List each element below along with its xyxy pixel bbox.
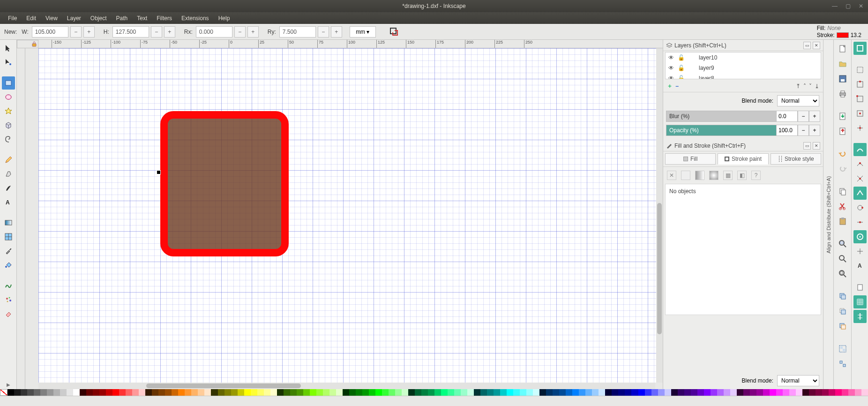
calligraphy-tool[interactable] xyxy=(2,181,15,195)
palette-swatch[interactable] xyxy=(546,389,553,396)
tab-stroke-style[interactable]: ┊┊Stroke style xyxy=(771,153,821,165)
scrollbar-horizontal[interactable] xyxy=(38,383,655,389)
palette-swatch[interactable] xyxy=(684,389,691,396)
rx-inc[interactable]: + xyxy=(247,26,259,38)
palette-swatch[interactable] xyxy=(678,389,684,396)
palette-swatch[interactable] xyxy=(40,389,47,396)
palette-swatch[interactable] xyxy=(520,389,526,396)
palette-swatch[interactable] xyxy=(86,389,93,396)
palette-swatch[interactable] xyxy=(389,389,395,396)
palette-swatch[interactable] xyxy=(158,389,165,396)
zoom-page-button[interactable] xyxy=(837,268,849,280)
w-inc[interactable]: + xyxy=(83,26,95,38)
panel-close[interactable]: ✕ xyxy=(813,42,820,49)
palette-swatch[interactable] xyxy=(750,389,756,396)
gradient-tool[interactable] xyxy=(2,216,15,229)
palette-swatch[interactable] xyxy=(842,389,848,396)
palette-swatch[interactable] xyxy=(494,389,500,396)
copy-button[interactable] xyxy=(837,185,849,197)
paint-radial[interactable] xyxy=(709,171,718,180)
palette-swatch[interactable] xyxy=(507,389,513,396)
snap-bbox-center[interactable] xyxy=(853,121,867,135)
palette-swatch[interactable] xyxy=(204,389,211,396)
dropper-tool[interactable] xyxy=(2,244,15,257)
palette-swatch[interactable] xyxy=(375,389,382,396)
ungroup-button[interactable] xyxy=(837,358,849,370)
fs-panel-minimize[interactable]: ▭ xyxy=(803,142,811,150)
snap-guide[interactable] xyxy=(853,310,867,323)
palette-swatch[interactable] xyxy=(395,389,402,396)
blend-select[interactable]: Normal xyxy=(777,95,819,106)
h-inc[interactable]: + xyxy=(164,26,175,38)
palette-swatch[interactable] xyxy=(855,389,861,396)
palette-swatch[interactable] xyxy=(211,389,217,396)
palette-swatch[interactable] xyxy=(67,389,73,396)
w-input[interactable] xyxy=(32,26,68,38)
group-button[interactable] xyxy=(837,343,849,355)
palette-swatch[interactable] xyxy=(474,389,480,396)
palette-swatch[interactable] xyxy=(625,389,631,396)
unlink-clone-button[interactable] xyxy=(837,320,849,332)
ruler-corner[interactable] xyxy=(17,40,38,48)
palette-swatch[interactable] xyxy=(835,389,842,396)
palette-swatch[interactable] xyxy=(454,389,461,396)
ellipse-tool[interactable] xyxy=(2,90,15,104)
palette-swatch[interactable] xyxy=(829,389,835,396)
palette-swatch[interactable] xyxy=(119,389,126,396)
zoom-selection-button[interactable] xyxy=(837,238,849,250)
rx-input[interactable] xyxy=(196,26,232,38)
palette-swatch[interactable] xyxy=(763,389,770,396)
palette-swatch[interactable] xyxy=(303,389,310,396)
snap-page-border[interactable] xyxy=(853,281,867,294)
tab-fill[interactable]: Fill xyxy=(665,153,716,165)
fs-panel-close[interactable]: ✕ xyxy=(813,142,820,150)
snap-text-baseline[interactable]: A xyxy=(853,259,867,272)
ruler-horizontal[interactable]: -150-125-100-75-50-250255075100125150175… xyxy=(38,40,663,48)
snap-grid[interactable] xyxy=(853,295,867,308)
w-dec[interactable]: − xyxy=(70,26,82,38)
palette-swatch[interactable] xyxy=(730,389,737,396)
rectangle-tool[interactable] xyxy=(2,76,15,90)
snap-line-mid[interactable] xyxy=(853,216,867,229)
palette-swatch[interactable] xyxy=(816,389,822,396)
snap-bbox[interactable] xyxy=(853,63,867,76)
palette-none[interactable] xyxy=(0,389,7,396)
palette-swatch[interactable] xyxy=(638,389,645,396)
save-button[interactable] xyxy=(837,73,849,85)
snap-bbox-corner[interactable] xyxy=(853,92,867,105)
palette-swatch[interactable] xyxy=(14,389,21,396)
palette-swatch[interactable] xyxy=(645,389,651,396)
rx-dec[interactable]: − xyxy=(234,26,246,38)
snap-bbox-edge[interactable] xyxy=(853,78,867,91)
palette-swatch[interactable] xyxy=(178,389,185,396)
selector-tool[interactable] xyxy=(2,42,15,55)
layer-up[interactable]: ˄ xyxy=(803,83,806,90)
eraser-tool[interactable] xyxy=(2,307,15,320)
opacity-inc[interactable]: + xyxy=(809,125,820,136)
layer-add[interactable]: ＋ xyxy=(667,82,673,90)
layer-remove[interactable]: − xyxy=(675,83,679,90)
palette-swatch[interactable] xyxy=(323,389,329,396)
minimize-button[interactable]: — xyxy=(831,3,838,9)
palette-swatch[interactable] xyxy=(60,389,67,396)
lock-icon[interactable]: 🔓 xyxy=(678,65,685,71)
blur-slider[interactable]: Blur (%) xyxy=(666,111,776,122)
palette-swatch[interactable] xyxy=(592,389,599,396)
palette-swatch[interactable] xyxy=(185,389,191,396)
node-tool[interactable] xyxy=(2,56,15,69)
palette-swatch[interactable] xyxy=(572,389,579,396)
palette-swatch[interactable] xyxy=(7,389,14,396)
opacity-dec[interactable]: − xyxy=(798,125,809,136)
maximize-button[interactable]: ▢ xyxy=(845,3,851,9)
stroke-swatch[interactable] xyxy=(837,32,849,38)
import-button[interactable] xyxy=(837,110,849,122)
palette-swatch[interactable] xyxy=(461,389,467,396)
palette-swatch[interactable] xyxy=(809,389,816,396)
palette-swatch[interactable] xyxy=(487,389,494,396)
layer-row[interactable]: 👁🔓layer8 xyxy=(666,73,821,79)
snap-nodes[interactable] xyxy=(853,143,867,156)
h-input[interactable] xyxy=(112,26,149,38)
palette-swatch[interactable] xyxy=(270,389,277,396)
palette-swatch[interactable] xyxy=(297,389,303,396)
menu-view[interactable]: View xyxy=(41,14,62,23)
